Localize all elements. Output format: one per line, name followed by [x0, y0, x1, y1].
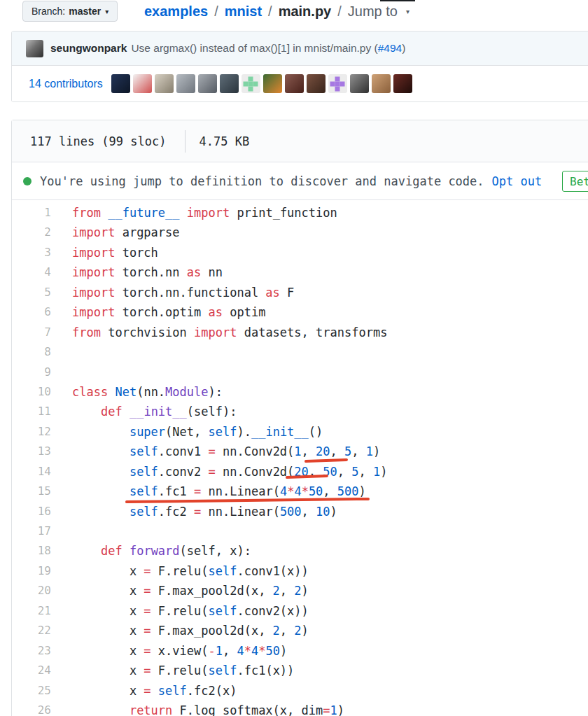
chevron-down-icon: ▾	[105, 8, 108, 15]
file-size: 4.75 KB	[199, 134, 249, 148]
code-text: self.conv1 = nn.Conv2d(1, 20, 5, 1)	[51, 442, 380, 461]
line-number[interactable]: 13	[12, 442, 51, 461]
line-number[interactable]: 22	[12, 621, 51, 640]
code-line: 12 super(Net, self).__init__()	[12, 422, 588, 442]
line-number[interactable]: 6	[12, 302, 51, 322]
identicon-pattern	[335, 81, 340, 86]
line-number[interactable]: 1	[12, 203, 51, 223]
code-text: x = F.relu(self.conv1(x))	[51, 561, 309, 581]
line-number[interactable]: 4	[12, 262, 51, 282]
branch-label: Branch:	[31, 6, 65, 17]
line-number[interactable]: 10	[12, 382, 51, 402]
code-line: 10class Net(nn.Module):	[12, 382, 588, 402]
file-header: 117 lines (99 sloc) 4.75 KB	[12, 120, 588, 162]
breadcrumb-repo-dir[interactable]: examples	[144, 3, 208, 20]
line-number[interactable]: 23	[12, 641, 51, 661]
file-content-box: 117 lines (99 sloc) 4.75 KB You're using…	[11, 120, 588, 716]
commit-message-text: Use argmax() instead of max()[1] in mnis…	[131, 42, 377, 54]
code-line: 26 return F.log_softmax(x, dim=1)	[12, 701, 588, 716]
contributor-avatar[interactable]	[241, 74, 260, 93]
code-line: 19 x = F.relu(self.conv1(x))	[12, 561, 588, 581]
header-divider	[185, 130, 186, 153]
line-number[interactable]: 25	[12, 681, 51, 701]
contributor-avatar[interactable]	[285, 74, 304, 93]
line-number[interactable]: 16	[12, 502, 51, 521]
breadcrumb-file-name: main.py	[279, 3, 332, 20]
status-dot-icon	[23, 177, 31, 185]
commit-summary-box: seungwonparkUse argmax() instead of max(…	[11, 31, 588, 102]
line-number[interactable]: 9	[12, 363, 51, 382]
contributor-avatar[interactable]	[372, 74, 391, 93]
jump-to-dropdown[interactable]: Jump to ▾	[348, 3, 410, 20]
contributor-avatar[interactable]	[220, 74, 239, 93]
commit-author-avatar[interactable]	[26, 40, 43, 57]
code-text: import torch.nn.functional as F	[51, 283, 294, 302]
line-number[interactable]: 14	[12, 462, 51, 482]
contributor-avatar[interactable]	[263, 74, 282, 93]
line-number[interactable]: 20	[12, 581, 51, 601]
code-line: 14 self.conv2 = nn.Conv2d(20, 50, 5, 1)	[12, 462, 588, 482]
breadcrumb-separator: /	[337, 3, 342, 20]
contributor-avatar[interactable]	[176, 74, 195, 93]
line-number[interactable]: 26	[12, 701, 51, 716]
code-body: 1from __future__ import print_function2i…	[12, 200, 588, 716]
line-number[interactable]: 17	[12, 521, 51, 541]
identicon-pattern	[248, 81, 253, 86]
beta-badge: Beta	[562, 171, 588, 192]
line-number[interactable]: 19	[12, 561, 51, 581]
code-line: 20 x = F.max_pool2d(x, 2, 2)	[12, 581, 588, 601]
breadcrumb-separator: /	[268, 3, 272, 20]
breadcrumb-sub-dir[interactable]: mnist	[225, 3, 262, 20]
code-line: 18 def forward(self, x):	[12, 541, 588, 561]
code-line: 7from torchvision import datasets, trans…	[12, 323, 588, 342]
code-text: def forward(self, x):	[51, 541, 251, 561]
contributor-avatar[interactable]	[155, 74, 174, 93]
code-text: from torchvision import datasets, transf…	[51, 323, 387, 342]
line-number[interactable]: 18	[12, 541, 51, 561]
commit-author-name[interactable]: seungwonpark	[50, 42, 127, 54]
code-text: self.conv2 = nn.Conv2d(20, 50, 5, 1)	[51, 462, 388, 482]
contributors-row: 14 contributors	[12, 66, 588, 101]
line-number[interactable]: 7	[12, 323, 51, 342]
code-line: 4import torch.nn as nn	[12, 262, 588, 282]
contributor-avatar[interactable]	[393, 74, 412, 93]
code-line: 8	[12, 342, 588, 362]
contributor-avatar[interactable]	[350, 74, 369, 93]
contributor-avatar[interactable]	[198, 74, 217, 93]
contributor-avatar[interactable]	[111, 74, 130, 93]
code-text: return F.log_softmax(x, dim=1)	[51, 701, 344, 716]
contributor-avatar[interactable]	[133, 74, 152, 93]
branch-selector-button[interactable]: Branch: master ▾	[22, 1, 118, 22]
line-number[interactable]: 11	[12, 402, 51, 421]
line-number[interactable]: 8	[12, 342, 51, 362]
code-text	[51, 342, 72, 362]
contributors-link[interactable]: 14 contributors	[29, 78, 103, 90]
opt-out-link[interactable]: Opt out	[492, 174, 542, 188]
line-number[interactable]: 24	[12, 661, 51, 680]
line-number[interactable]: 5	[12, 283, 51, 302]
code-line: 11 def __init__(self):	[12, 402, 588, 421]
code-line: 21 x = F.relu(self.conv2(x))	[12, 601, 588, 621]
code-text	[51, 521, 72, 541]
code-line: 13 self.conv1 = nn.Conv2d(1, 20, 5, 1)	[12, 442, 588, 461]
code-line: 24 x = F.relu(self.fc1(x))	[12, 661, 588, 680]
code-text: super(Net, self).__init__()	[51, 422, 323, 442]
contributor-avatar[interactable]	[328, 74, 347, 93]
code-line: 3import torch	[12, 243, 588, 262]
code-text: x = F.max_pool2d(x, 2, 2)	[51, 581, 309, 601]
line-number[interactable]: 3	[12, 243, 51, 262]
code-line: 2import argparse	[12, 223, 588, 242]
latest-commit-row: seungwonparkUse argmax() instead of max(…	[12, 31, 588, 66]
code-text: import torch.nn as nn	[51, 262, 223, 282]
commit-message: seungwonparkUse argmax() instead of max(…	[50, 42, 405, 55]
line-number[interactable]: 2	[12, 223, 51, 242]
code-text: import argparse	[51, 223, 180, 242]
line-number[interactable]: 15	[12, 482, 51, 501]
line-number[interactable]: 12	[12, 422, 51, 442]
code-text: self.fc2 = nn.Linear(500, 10)	[51, 502, 337, 521]
code-text: self.fc1 = nn.Linear(4*4*50, 500)	[51, 482, 366, 501]
line-number[interactable]: 21	[12, 601, 51, 621]
pr-link[interactable]: #494	[378, 42, 402, 54]
file-navigation-bar: Branch: master ▾ examples / mnist / main…	[0, 0, 588, 28]
contributor-avatar[interactable]	[307, 74, 326, 93]
